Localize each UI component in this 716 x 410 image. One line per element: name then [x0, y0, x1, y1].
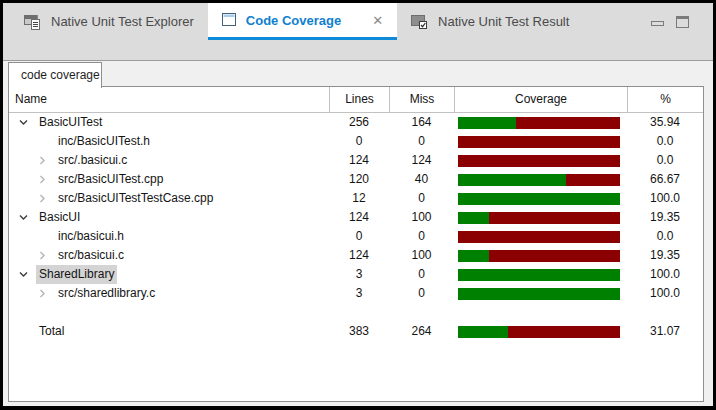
miss-value: 40 [389, 170, 454, 189]
lines-value: 3 [329, 265, 389, 284]
tab-code-coverage[interactable]: Code Coverage ✕ [208, 3, 397, 40]
coverage-bar [458, 231, 620, 243]
percent-value: 19.35 [627, 246, 703, 265]
table-body: BasicUITest 256 164 35.94 inc/BasicUITes… [9, 113, 703, 303]
tab-native-unit-test-explorer[interactable]: Native Unit Test Explorer [10, 3, 208, 40]
coverage-bar [458, 174, 620, 186]
code-coverage-icon [222, 13, 237, 27]
chevron-right-icon [37, 250, 48, 261]
lines-value: 124 [329, 208, 389, 227]
row-name: src/BasicUITest.cpp [55, 170, 166, 189]
lines-value: 256 [329, 113, 389, 132]
table-row[interactable]: BasicUITest 256 164 35.94 [9, 113, 703, 132]
total-miss-value: 264 [389, 322, 454, 341]
tab-label: Native Unit Test Explorer [51, 14, 194, 29]
coverage-bar [458, 155, 620, 167]
tab-code-coverage-page[interactable]: code coverage [8, 62, 102, 88]
total-row[interactable]: Total 383 264 31.07 [9, 322, 703, 341]
minimize-icon[interactable] [651, 21, 664, 26]
miss-value: 0 [389, 284, 454, 303]
tool-window: Native Unit Test Explorer Code Coverage … [0, 0, 716, 410]
row-spacer [9, 303, 703, 322]
chevron-down-icon [18, 117, 29, 128]
lines-value: 0 [329, 227, 389, 246]
percent-value: 0.0 [627, 132, 703, 151]
tab-native-unit-test-result[interactable]: Native Unit Test Result [397, 3, 583, 40]
percent-value: 100.0 [627, 265, 703, 284]
miss-value: 164 [389, 113, 454, 132]
chevron-right-icon [37, 193, 48, 204]
chevron-placeholder [18, 325, 31, 338]
total-coverage-bar [458, 326, 620, 338]
chevron-right-icon [37, 174, 48, 185]
table-row[interactable]: src/BasicUITest.cpp 120 40 66.67 [9, 170, 703, 189]
row-name: src/BasicUITestTestCase.cpp [55, 189, 216, 208]
chevron-box[interactable] [18, 268, 31, 281]
total-label: Total [36, 322, 67, 341]
table-row[interactable]: inc/BasicUITest.h 0 0 0.0 [9, 132, 703, 151]
table-row[interactable]: src/basicui.c 124 100 19.35 [9, 246, 703, 265]
table-row[interactable]: src/.basicui.c 124 124 0.0 [9, 151, 703, 170]
maximize-icon[interactable] [676, 16, 689, 28]
percent-value: 100.0 [627, 189, 703, 208]
chevron-box[interactable] [18, 116, 31, 129]
chevron-box[interactable] [18, 211, 31, 224]
total-percent-value: 31.07 [627, 322, 703, 341]
row-name: SharedLibrary [36, 265, 117, 284]
table-row[interactable]: src/sharedlibrary.c 3 0 100.0 [9, 284, 703, 303]
close-icon[interactable]: ✕ [372, 13, 383, 28]
miss-value: 100 [389, 246, 454, 265]
percent-value: 0.0 [627, 227, 703, 246]
row-name: src/sharedlibrary.c [55, 284, 158, 303]
miss-value: 124 [389, 151, 454, 170]
percent-value: 0.0 [627, 151, 703, 170]
chevron-box[interactable] [37, 135, 50, 148]
lines-value: 3 [329, 284, 389, 303]
coverage-bar [458, 136, 620, 148]
lines-value: 12 [329, 189, 389, 208]
coverage-table: Name Lines Miss Coverage % BasicUITest 2… [8, 86, 704, 402]
test-explorer-icon [24, 14, 42, 30]
column-header-lines[interactable]: Lines [329, 87, 389, 112]
chevron-box[interactable] [37, 230, 50, 243]
column-header-name[interactable]: Name [9, 87, 329, 112]
chevron-box[interactable] [37, 249, 50, 262]
table-header: Name Lines Miss Coverage % [9, 87, 703, 113]
window-controls [651, 3, 689, 40]
column-header-percent[interactable]: % [627, 87, 703, 112]
tab-label: Native Unit Test Result [438, 14, 569, 29]
row-name: src/.basicui.c [55, 151, 130, 170]
table-row[interactable]: BasicUI 124 100 19.35 [9, 208, 703, 227]
row-name: BasicUI [36, 208, 83, 227]
table-row[interactable]: SharedLibrary 3 0 100.0 [9, 265, 703, 284]
miss-value: 0 [389, 132, 454, 151]
miss-value: 100 [389, 208, 454, 227]
test-result-icon [411, 14, 429, 30]
coverage-bar [458, 288, 620, 300]
chevron-down-icon [18, 269, 29, 280]
lines-value: 124 [329, 151, 389, 170]
chevron-right-icon [37, 155, 48, 166]
row-name: src/basicui.c [55, 246, 127, 265]
chevron-box[interactable] [37, 287, 50, 300]
document-tab-bar: Native Unit Test Explorer Code Coverage … [3, 3, 713, 40]
chevron-box[interactable] [37, 192, 50, 205]
column-header-miss[interactable]: Miss [389, 87, 454, 112]
percent-value: 19.35 [627, 208, 703, 227]
chevron-box[interactable] [37, 154, 50, 167]
table-row[interactable]: inc/basicui.h 0 0 0.0 [9, 227, 703, 246]
percent-value: 66.67 [627, 170, 703, 189]
row-name: inc/basicui.h [55, 227, 127, 246]
coverage-bar [458, 212, 620, 224]
tab-label: Code Coverage [246, 13, 341, 28]
coverage-bar [458, 250, 620, 262]
table-row[interactable]: src/BasicUITestTestCase.cpp 12 0 100.0 [9, 189, 703, 208]
chevron-box[interactable] [37, 173, 50, 186]
column-header-coverage[interactable]: Coverage [454, 87, 627, 112]
total-lines-value: 383 [329, 322, 389, 341]
row-name: BasicUITest [36, 113, 105, 132]
percent-value: 35.94 [627, 113, 703, 132]
lines-value: 120 [329, 170, 389, 189]
chevron-down-icon [18, 212, 29, 223]
coverage-bar [458, 269, 620, 281]
